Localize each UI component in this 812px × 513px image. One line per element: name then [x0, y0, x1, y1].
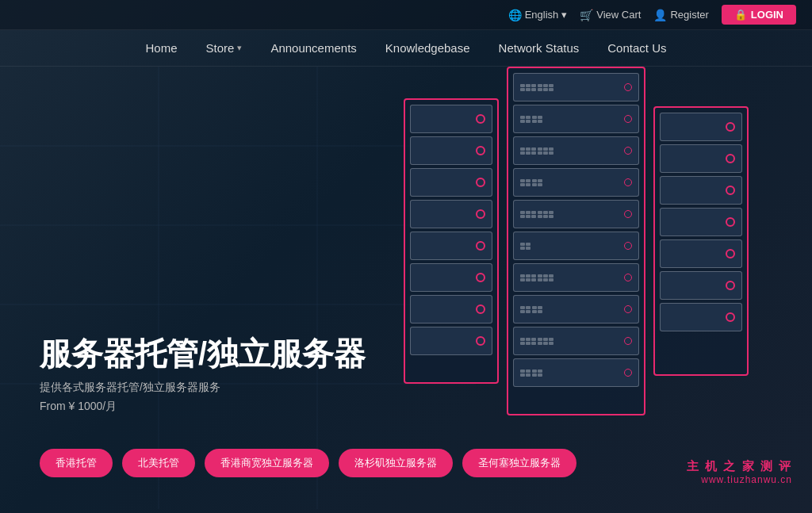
rack-led	[476, 114, 485, 124]
rack-led	[476, 178, 485, 187]
rack-unit	[410, 105, 492, 133]
btn-hk-hosting[interactable]: 香港托管	[40, 449, 113, 477]
rack-led	[476, 336, 485, 346]
btn-hk-dedicated[interactable]: 香港商宽独立服务器	[205, 449, 329, 477]
rack-led	[624, 83, 632, 91]
rack-slots	[520, 84, 553, 91]
nav-contact[interactable]: Contact Us	[607, 41, 666, 55]
rack-led	[476, 273, 485, 282]
hero-subtitle: 提供各式服务器托管/独立服务器服务	[40, 381, 366, 395]
btn-sj-dedicated[interactable]: 圣何塞独立服务器	[462, 449, 576, 477]
rack-led	[624, 147, 632, 155]
rack-slots	[520, 147, 553, 155]
rack-led	[624, 305, 632, 313]
rack-unit	[410, 232, 492, 260]
rack-led	[726, 122, 735, 132]
rack-unit	[660, 176, 742, 205]
chevron-down-icon: ▾	[237, 43, 242, 53]
rack-unit	[410, 327, 492, 355]
rack-unit	[660, 271, 742, 300]
hero-text-block: 服务器托管/独立服务器 提供各式服务器托管/独立服务器服务 From ¥ 100…	[40, 335, 366, 414]
btn-na-hosting[interactable]: 北美托管	[122, 449, 195, 477]
rack-led	[624, 178, 632, 186]
rack-slots	[520, 179, 542, 186]
server-rack-left	[404, 98, 499, 384]
view-cart-label: View Cart	[596, 9, 641, 21]
cart-icon: 🛒	[580, 9, 593, 21]
user-icon: 👤	[653, 9, 667, 21]
service-buttons: 香港托管 北美托管 香港商宽独立服务器 洛杉矶独立服务器 圣何塞独立服务器	[40, 449, 576, 477]
rack-led	[624, 115, 632, 123]
rack-led	[726, 312, 735, 322]
rack-led	[624, 337, 632, 345]
watermark-line1: 主 机 之 家 测 评	[687, 459, 792, 474]
rack-led	[726, 217, 735, 227]
nav-network-status[interactable]: Network Status	[499, 41, 580, 55]
rack-led	[476, 209, 485, 219]
rack-unit	[660, 208, 742, 236]
rack-unit	[513, 73, 639, 101]
watermark-line2: www.tiuzhanwu.cn	[687, 474, 792, 485]
rack-slots	[520, 306, 542, 313]
rack-unit	[410, 295, 492, 323]
rack-unit	[660, 303, 742, 331]
nav-store[interactable]: Store ▾	[206, 41, 243, 55]
hero-price: From ¥ 1000/月	[40, 400, 366, 414]
rack-unit	[513, 327, 639, 355]
rack-unit	[513, 136, 639, 165]
rack-led	[624, 274, 632, 281]
rack-led	[624, 369, 632, 377]
rack-led	[624, 210, 632, 218]
rack-slots	[520, 243, 530, 250]
rack-unit	[410, 136, 492, 165]
rack-unit	[513, 168, 639, 197]
rack-slots	[520, 338, 553, 345]
lock-icon: 🔒	[734, 9, 747, 21]
login-button[interactable]: 🔒 LOGIN	[722, 5, 796, 25]
rack-led	[726, 154, 735, 163]
hero-section: 服务器托管/独立服务器 提供各式服务器托管/独立服务器服务 From ¥ 100…	[0, 67, 812, 509]
language-selector[interactable]: 🌐 English ▾	[508, 9, 568, 21]
rack-unit	[513, 200, 639, 228]
rack-unit	[660, 144, 742, 173]
language-label: English	[525, 9, 559, 21]
globe-icon: 🌐	[508, 9, 522, 21]
rack-unit	[660, 113, 742, 141]
rack-led	[476, 241, 485, 251]
rack-slots	[520, 211, 553, 218]
server-rack-right	[653, 106, 749, 376]
rack-led	[624, 242, 632, 250]
rack-unit	[513, 295, 639, 323]
language-chevron-icon: ▾	[561, 9, 567, 21]
view-cart-button[interactable]: 🛒 View Cart	[580, 9, 641, 21]
main-nav: Home Store ▾ Announcements Knowledgebase…	[0, 30, 812, 67]
server-racks	[404, 67, 749, 509]
watermark: 主 机 之 家 测 评 www.tiuzhanwu.cn	[687, 459, 792, 485]
rack-slots	[520, 274, 553, 281]
rack-led	[726, 249, 735, 258]
top-bar: 🌐 English ▾ 🛒 View Cart 👤 Register 🔒 LOG…	[0, 0, 812, 30]
rack-led	[726, 281, 735, 290]
rack-led	[726, 186, 735, 195]
rack-unit	[513, 232, 639, 260]
nav-announcements[interactable]: Announcements	[270, 41, 356, 55]
rack-unit	[660, 239, 742, 268]
rack-unit	[513, 358, 639, 387]
rack-unit	[410, 263, 492, 292]
register-button[interactable]: 👤 Register	[653, 9, 708, 21]
nav-knowledgebase[interactable]: Knowledgebase	[385, 41, 470, 55]
rack-unit	[513, 105, 639, 133]
hero-title: 服务器托管/独立服务器	[40, 335, 366, 373]
rack-unit	[513, 263, 639, 292]
rack-slots	[520, 116, 542, 123]
rack-led	[476, 146, 485, 155]
nav-home[interactable]: Home	[146, 41, 178, 55]
rack-slots	[520, 369, 542, 377]
btn-la-dedicated[interactable]: 洛杉矶独立服务器	[339, 449, 453, 477]
server-rack-center	[507, 67, 645, 415]
rack-unit	[410, 200, 492, 228]
login-label: LOGIN	[751, 9, 783, 21]
register-label: Register	[670, 9, 708, 21]
rack-unit	[410, 168, 492, 197]
rack-led	[476, 304, 485, 314]
